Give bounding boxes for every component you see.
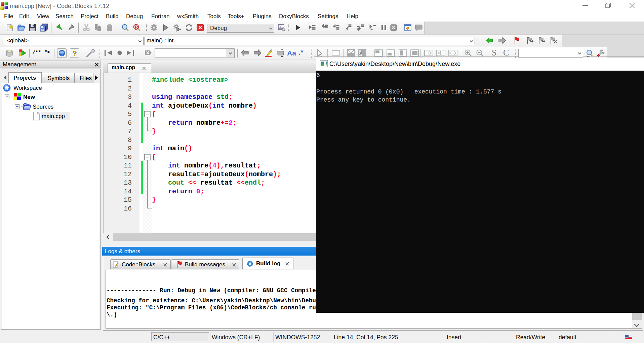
svg-text:?: ?	[73, 50, 77, 57]
svg-text:R: R	[135, 25, 138, 30]
